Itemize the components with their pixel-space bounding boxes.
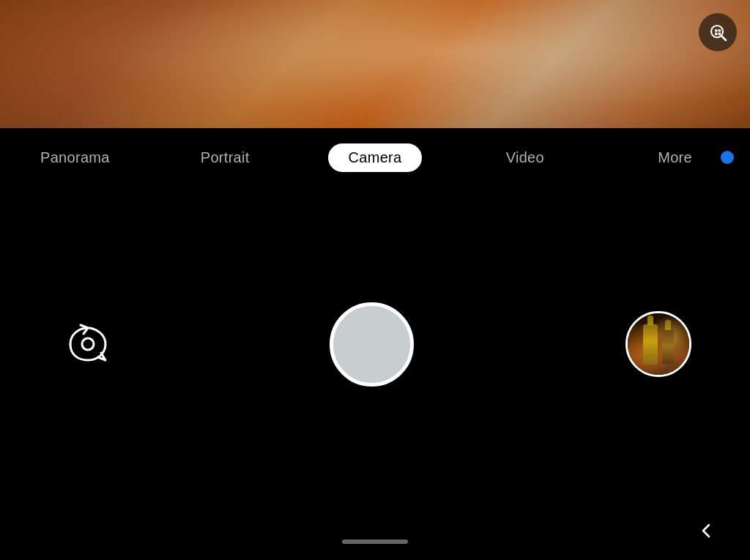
svg-rect-3 [719, 29, 721, 32]
mode-panorama[interactable]: Panorama [0, 128, 150, 187]
mode-video[interactable]: Video [450, 128, 600, 187]
svg-rect-5 [719, 33, 721, 36]
svg-rect-4 [715, 33, 718, 36]
viewfinder [0, 0, 750, 128]
controls-area [0, 187, 750, 501]
svg-rect-2 [715, 29, 718, 32]
gallery-preview [628, 313, 689, 375]
bottom-bar [0, 501, 750, 560]
svg-line-1 [721, 36, 726, 40]
back-button[interactable] [691, 516, 721, 545]
mode-camera[interactable]: Camera [300, 128, 450, 187]
mode-bar: Panorama Portrait Camera Video More [0, 128, 750, 187]
google-lens-button[interactable] [699, 13, 737, 51]
mode-portrait[interactable]: Portrait [150, 128, 300, 187]
notification-dot [721, 151, 734, 164]
mode-more[interactable]: More [600, 128, 750, 187]
home-indicator [342, 540, 408, 544]
shutter-button[interactable] [330, 302, 414, 387]
flip-camera-button[interactable] [59, 315, 117, 373]
gallery-thumbnail[interactable] [625, 311, 691, 377]
svg-point-6 [82, 338, 94, 350]
